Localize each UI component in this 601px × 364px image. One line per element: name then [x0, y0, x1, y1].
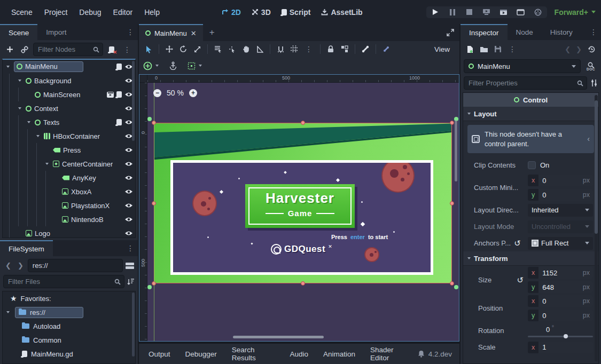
menu-debug[interactable]: Debug	[73, 5, 107, 20]
layout-direction-dropdown[interactable]: Inherited	[528, 204, 593, 217]
scene-node-background[interactable]: Background	[3, 74, 135, 88]
switch-2d-button[interactable]: 2D	[216, 5, 246, 19]
anchor-preset-icon[interactable]	[143, 61, 152, 70]
save-resource-icon[interactable]	[491, 43, 504, 56]
scene-node-mainscreen[interactable]: MainScreen	[3, 88, 135, 101]
menu-scene[interactable]: Scene	[5, 5, 38, 20]
selection-handle[interactable]	[450, 121, 454, 125]
history-back-icon[interactable]: ❮	[3, 262, 13, 270]
split-view-icon[interactable]	[125, 262, 135, 270]
scene-node-anykey[interactable]: AnyKey	[3, 171, 135, 185]
play-button[interactable]	[431, 8, 440, 17]
switch-3d-button[interactable]: 3D	[246, 5, 276, 19]
scene-node-texts[interactable]: Texts	[3, 115, 135, 129]
smart-snap-icon[interactable]	[274, 43, 287, 55]
tab-scene[interactable]: Scene	[0, 24, 37, 40]
folder-autoload-item[interactable]: Autoload	[3, 319, 135, 333]
anchors-preset-dropdown[interactable]: Full Rect	[528, 237, 593, 250]
size-x-field[interactable]: x1152px	[528, 267, 593, 279]
menu-help[interactable]: Help	[138, 5, 166, 20]
path-input[interactable]	[28, 259, 123, 272]
collapse-icon[interactable]	[6, 66, 10, 68]
filesystem-menu-icon[interactable]: ⋮	[123, 244, 138, 252]
edited-object-dropdown[interactable]: MainMenu	[464, 59, 581, 73]
lock-icon[interactable]	[324, 43, 337, 55]
zoom-out-button[interactable]: −	[153, 89, 161, 97]
anchor-handle[interactable]	[454, 285, 458, 289]
close-tab-icon[interactable]: ✕	[191, 29, 197, 37]
open-docs-icon[interactable]: DOC	[584, 62, 598, 71]
add-node-button[interactable]	[3, 43, 16, 56]
collapse-icon[interactable]	[6, 311, 10, 313]
property-filter-options-icon[interactable]	[590, 79, 598, 87]
scale-tool-icon[interactable]	[191, 43, 204, 55]
tab-history[interactable]: History	[542, 24, 581, 40]
menu-editor[interactable]: Editor	[107, 5, 139, 20]
clip-contents-checkbox[interactable]	[528, 161, 536, 169]
chevron-down-icon[interactable]	[155, 65, 159, 67]
grid-snap-icon[interactable]	[288, 43, 301, 55]
section-layout[interactable]: Layout	[463, 107, 598, 121]
pause-button[interactable]	[448, 8, 457, 17]
notification-bell-icon[interactable]	[418, 350, 425, 358]
res-root-item[interactable]: res://	[3, 305, 135, 319]
panel-audio[interactable]: Audio	[283, 347, 315, 361]
selection-handle[interactable]	[301, 281, 305, 286]
scene-tree-menu-icon[interactable]: ⋮	[120, 46, 135, 53]
scene-tab-mainmenu[interactable]: MainMenu ✕	[139, 24, 203, 41]
scene-node-xboxa[interactable]: XboxA	[3, 185, 135, 199]
group-icon[interactable]	[338, 43, 351, 55]
custom-min-y-field[interactable]: y0px	[528, 189, 593, 201]
scene-node-context[interactable]: Context	[3, 101, 135, 115]
ruler-tool-icon[interactable]	[253, 43, 266, 55]
visibility-eye-icon[interactable]	[124, 188, 133, 195]
scene-node-logo[interactable]: Logo	[3, 226, 135, 238]
category-control[interactable]: Control	[463, 93, 598, 107]
panel-shader-editor[interactable]: Shader Editor	[364, 343, 416, 364]
visibility-eye-icon[interactable]	[124, 216, 133, 223]
panel-animation[interactable]: Animation	[317, 347, 362, 361]
inspector-menu-icon[interactable]: ⋮	[587, 28, 601, 36]
edit-forward-icon[interactable]: ❯	[574, 45, 584, 53]
rotate-tool-icon[interactable]	[177, 43, 190, 55]
visibility-eye-icon[interactable]	[124, 175, 133, 181]
selection-handle[interactable]	[450, 201, 454, 205]
select-list-icon[interactable]	[212, 43, 224, 55]
tab-filesystem[interactable]: FileSystem	[0, 240, 53, 256]
sort-files-icon[interactable]	[127, 278, 135, 286]
panel-debugger[interactable]: Debugger	[179, 347, 223, 361]
layout-mode-dropdown[interactable]: Uncontrolled	[528, 220, 593, 233]
position-y-field[interactable]: y0px	[528, 310, 593, 321]
scene-node-hboxcontainer[interactable]: HBoxContainer	[3, 129, 135, 143]
play-custom-scene-button[interactable]	[516, 8, 526, 17]
pan-tool-icon[interactable]	[239, 43, 252, 55]
snap-options-icon[interactable]: ⋮	[302, 45, 316, 53]
script-icon[interactable]	[116, 91, 122, 98]
zoom-in-button[interactable]: +	[189, 89, 197, 97]
scene-node-playstationx[interactable]: PlaystationX	[3, 199, 135, 212]
chevron-left-icon[interactable]: ‹	[587, 134, 590, 144]
select-tool-icon[interactable]	[142, 43, 155, 55]
canvas-viewport[interactable]: 0 500 1000 0 500 − 50 % +	[139, 74, 459, 342]
collapse-icon[interactable]	[36, 135, 40, 137]
revert-icon[interactable]: ↺	[517, 276, 524, 284]
custom-min-x-field[interactable]: x0px	[528, 175, 593, 186]
anchor-icon[interactable]	[169, 61, 177, 70]
scene-tree-scrollbar[interactable]	[132, 61, 135, 141]
resource-menu-icon[interactable]: ⋮	[505, 45, 520, 53]
tab-inspector[interactable]: Inspector	[460, 24, 508, 40]
selection-handle[interactable]	[301, 121, 305, 125]
scene-node-centercontainer[interactable]: CenterContainer	[3, 157, 135, 171]
anchor-handle[interactable]	[147, 285, 152, 289]
scene-node-press[interactable]: Press	[3, 143, 135, 157]
view-menu-button[interactable]: View	[428, 45, 456, 53]
slider-knob[interactable]	[564, 334, 568, 338]
stop-button[interactable]	[465, 8, 474, 17]
revert-icon[interactable]: ↺	[514, 239, 521, 247]
panel-search-results[interactable]: Search Results	[225, 343, 282, 364]
folder-common-item[interactable]: Common	[3, 333, 135, 347]
selected-control-node[interactable]: Harvester Game Press enter to start	[154, 123, 452, 283]
skeleton-bone-icon[interactable]	[359, 43, 372, 55]
collapse-icon[interactable]	[27, 121, 30, 123]
size-y-field[interactable]: y648px	[528, 281, 593, 293]
